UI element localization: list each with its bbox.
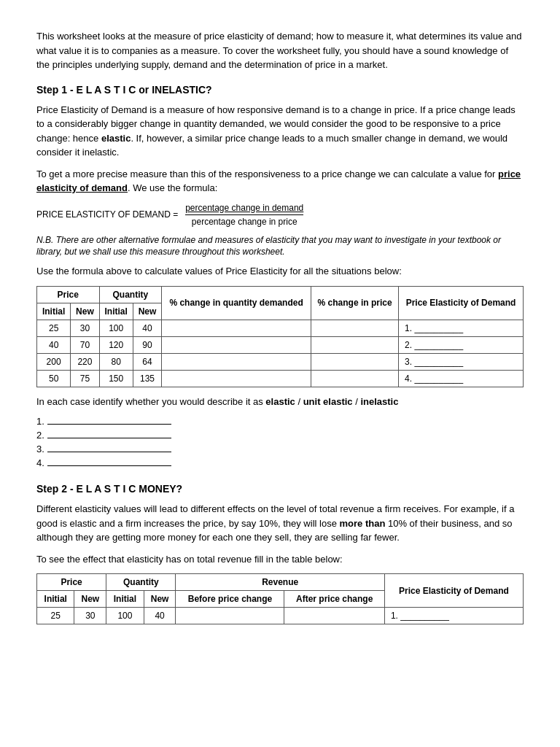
price-initial-header: Initial (37, 303, 71, 320)
t1-qty-new-0: 40 (133, 320, 161, 336)
t1-price-initial-3: 50 (37, 370, 71, 387)
t1-price-initial-1: 40 (37, 336, 71, 353)
t1-ped-2: 3. __________ (399, 353, 524, 370)
table1-row: 50 75 150 135 4. __________ (37, 370, 524, 387)
t2-price-new-header: New (74, 591, 106, 608)
t1-price-new-1: 70 (71, 336, 99, 353)
identify-item-3: 3. (36, 444, 524, 454)
table1-instruction: Use the formula above to calculate value… (36, 264, 524, 279)
table1-row: 40 70 120 90 2. __________ (37, 336, 524, 353)
col-ped-header: Price Elasticity of Demand (399, 286, 524, 320)
t1-price-new-3: 75 (71, 370, 99, 387)
t2-price-new-0: 30 (74, 608, 106, 624)
t2-rev-after-header: After price change (284, 591, 384, 608)
t1-price-new-2: 220 (71, 353, 99, 370)
t1-qty-new-1: 90 (133, 336, 161, 353)
t2-price-initial-0: 25 (37, 608, 74, 624)
t1-qty-new-2: 64 (133, 353, 161, 370)
col-qty-header: Quantity (99, 286, 162, 303)
formula-numerator: percentage change in demand (185, 203, 303, 215)
table2: Price Quantity Revenue Price Elasticity … (36, 573, 524, 624)
t1-price-initial-2: 200 (37, 353, 71, 370)
unit-elastic-bold: unit elastic (303, 396, 353, 407)
t1-price-new-0: 30 (71, 320, 99, 336)
table1: Price Quantity % change in quantity dema… (36, 286, 524, 387)
step2-heading: Step 2 - E L A S T I C MONEY? (36, 483, 524, 495)
table1-row: 200 220 80 64 3. __________ (37, 353, 524, 370)
t2-rev-before-header: Before price change (176, 591, 284, 608)
formula-label: PRICE ELASTICITY OF DEMAND = (36, 209, 178, 220)
t1-pct-qty-2 (162, 353, 311, 370)
t2-qty-header: Quantity (106, 574, 176, 591)
formula-denominator: percentage change in price (192, 215, 298, 227)
t1-qty-new-3: 135 (133, 370, 161, 387)
t1-pct-qty-3 (162, 370, 311, 387)
t2-price-header: Price (37, 574, 106, 591)
elastic-bold2: elastic (265, 396, 295, 407)
price-new-header: New (71, 303, 99, 320)
step1-para2: To get a more precise measure than this … (36, 167, 524, 196)
qty-initial-header: Initial (99, 303, 133, 320)
t2-qty-initial-0: 100 (106, 608, 144, 624)
t1-price-initial-0: 25 (37, 320, 71, 336)
col-pct-qty-header: % change in quantity demanded (162, 286, 311, 320)
formula-note: N.B. There are other alternative formula… (36, 234, 524, 259)
table1-row: 25 30 100 40 1. __________ (37, 320, 524, 336)
t1-qty-initial-3: 150 (99, 370, 133, 387)
qty-new-header: New (133, 303, 161, 320)
intro-paragraph: This worksheet looks at the measure of p… (36, 29, 524, 72)
t1-ped-0: 1. __________ (399, 320, 524, 336)
identify-list: 1. 2. 3. 4. (36, 416, 524, 468)
t1-pct-qty-0 (162, 320, 311, 336)
t2-rev-before-0 (176, 608, 284, 624)
t1-ped-3: 4. __________ (399, 370, 524, 387)
t2-rev-header: Revenue (176, 574, 384, 591)
step1-heading: Step 1 - E L A S T I C or INELASTIC? (36, 84, 524, 96)
t1-ped-1: 2. __________ (399, 336, 524, 353)
formula-section: PRICE ELASTICITY OF DEMAND = percentage … (36, 203, 524, 227)
t1-pct-price-3 (311, 370, 399, 387)
table2-row: 25 30 100 40 1. __________ (37, 608, 524, 624)
identify-text: In each case identify whether you would … (36, 395, 524, 409)
identify-item-1: 1. (36, 416, 524, 427)
elastic-bold1: elastic (101, 133, 131, 144)
t2-qty-new-header: New (144, 591, 176, 608)
step2-para1: Different elasticity values will lead to… (36, 502, 524, 545)
ped-bold: price elasticity of demand (36, 169, 521, 194)
t2-ped-0: 1. __________ (384, 608, 523, 624)
step2-para2: To see the effect that elasticity has on… (36, 552, 524, 567)
inelastic-bold: inelastic (360, 396, 398, 407)
more-than-bold: more than (339, 518, 385, 529)
t1-pct-price-1 (311, 336, 399, 353)
t1-pct-qty-1 (162, 336, 311, 353)
t1-pct-price-2 (311, 353, 399, 370)
t2-rev-after-0 (284, 608, 384, 624)
t2-qty-new-0: 40 (144, 608, 176, 624)
identify-item-2: 2. (36, 430, 524, 441)
t1-qty-initial-0: 100 (99, 320, 133, 336)
t1-qty-initial-2: 80 (99, 353, 133, 370)
t1-pct-price-0 (311, 320, 399, 336)
col-pct-price-header: % change in price (311, 286, 399, 320)
t1-qty-initial-1: 120 (99, 336, 133, 353)
formula-fraction: percentage change in demand percentage c… (185, 203, 303, 227)
step1-para1: Price Elasticity of Demand is a measure … (36, 103, 524, 160)
t2-price-initial-header: Initial (37, 591, 74, 608)
t2-qty-initial-header: Initial (106, 591, 144, 608)
col-price-header: Price (37, 286, 100, 303)
identify-item-4: 4. (36, 457, 524, 468)
t2-ped-header: Price Elasticity of Demand (384, 574, 523, 608)
